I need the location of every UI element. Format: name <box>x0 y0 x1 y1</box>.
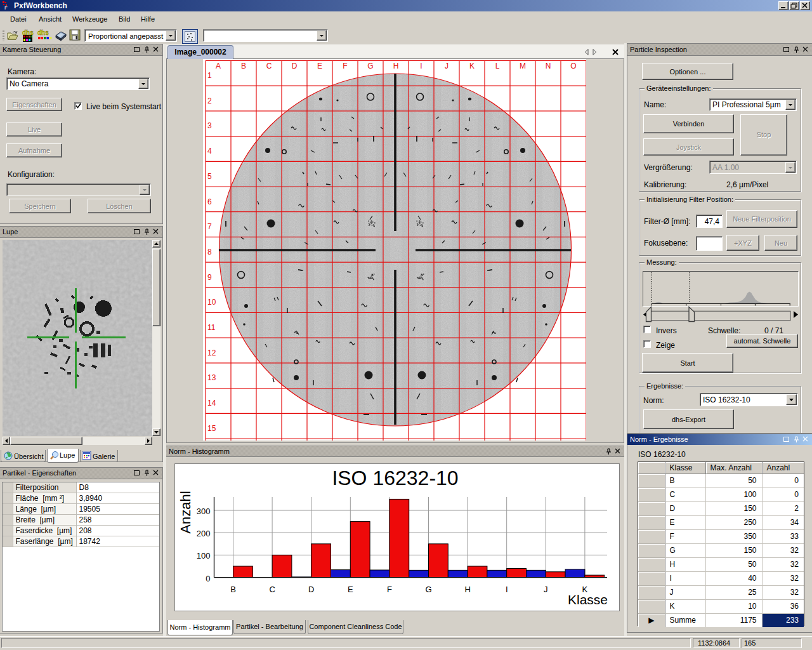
svg-text:C: C <box>266 62 272 70</box>
svg-text:14: 14 <box>207 399 216 408</box>
svg-text:3: 3 <box>207 121 212 130</box>
svg-text:F: F <box>343 62 347 70</box>
svg-text:4: 4 <box>207 147 212 156</box>
svg-text:I: I <box>420 62 422 70</box>
svg-text:O: O <box>570 62 576 70</box>
svg-text:Klasse: Klasse <box>568 592 608 607</box>
svg-text:D: D <box>292 62 298 70</box>
svg-text:8: 8 <box>207 248 212 256</box>
svg-text:300: 300 <box>197 507 211 516</box>
svg-text:13: 13 <box>207 373 216 382</box>
svg-text:5: 5 <box>207 172 212 181</box>
svg-text:0: 0 <box>206 574 210 583</box>
svg-text:7: 7 <box>207 222 212 231</box>
svg-text:15: 15 <box>207 424 216 433</box>
svg-text:10: 10 <box>207 298 216 307</box>
svg-text:D: D <box>308 585 314 594</box>
svg-text:G: G <box>367 62 373 70</box>
svg-text:F: F <box>4 5 8 11</box>
svg-text:2: 2 <box>207 96 212 105</box>
svg-text:H: H <box>393 62 399 70</box>
svg-text:1: 1 <box>207 71 212 80</box>
svg-text:dhs: dhs <box>37 29 49 36</box>
svg-text:11: 11 <box>207 323 216 332</box>
svg-text:E: E <box>348 585 353 594</box>
svg-text:200: 200 <box>197 529 211 538</box>
svg-text:9: 9 <box>207 273 212 282</box>
svg-text:I: I <box>506 585 508 594</box>
svg-text:B: B <box>241 62 246 70</box>
svg-text:L: L <box>495 62 500 70</box>
svg-text:N: N <box>546 62 551 70</box>
svg-text:A: A <box>216 62 221 70</box>
svg-text:G: G <box>425 585 431 594</box>
svg-text:H: H <box>464 585 470 594</box>
svg-text:100: 100 <box>197 551 211 560</box>
svg-text:B: B <box>230 585 236 594</box>
svg-text:C: C <box>269 585 275 594</box>
svg-text:12: 12 <box>207 348 216 357</box>
svg-text:E: E <box>317 62 322 70</box>
svg-text:K: K <box>469 62 475 70</box>
svg-text:J: J <box>544 585 548 594</box>
svg-text:F: F <box>387 585 392 594</box>
svg-text:M: M <box>520 62 526 70</box>
svg-text:ISO 16232-10: ISO 16232-10 <box>332 467 458 489</box>
svg-text:6: 6 <box>207 197 212 206</box>
svg-text:J: J <box>445 62 449 70</box>
svg-text:Anzahl: Anzahl <box>178 491 193 533</box>
